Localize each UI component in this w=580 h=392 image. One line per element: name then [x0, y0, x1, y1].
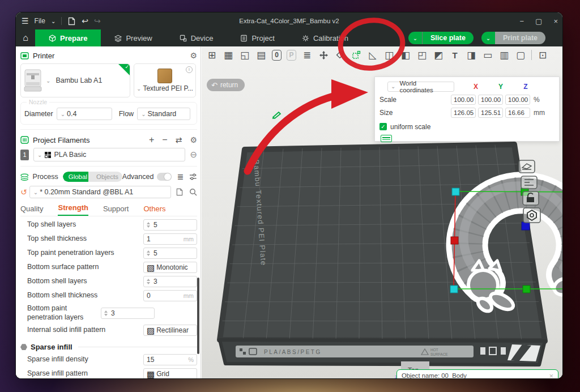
diameter-select[interactable]: ⌄ 0.4	[57, 108, 112, 120]
arrange-icon[interactable]: ▤	[255, 49, 267, 61]
top-paint-penetration-input[interactable]: 5	[143, 248, 197, 259]
filament-settings-gear-icon[interactable]: ⚙	[190, 135, 197, 144]
tab-calibration[interactable]: Calibration	[288, 29, 362, 46]
variable-layer-icon[interactable]: ◧	[400, 49, 411, 61]
tab-quality[interactable]: Quality	[20, 204, 43, 216]
slice-plate-button[interactable]: ⌄ Slice plate	[408, 32, 474, 44]
internal-solid-infill-select[interactable]: ▨Rectilinear	[143, 325, 197, 336]
save-preset-icon[interactable]	[176, 188, 184, 196]
cut-icon[interactable]: ◫	[383, 49, 395, 61]
plate-info-icon[interactable]: i	[186, 66, 193, 73]
size-y-input[interactable]: 125.51	[478, 108, 503, 118]
sync-filaments-icon[interactable]: ⇄	[176, 135, 182, 144]
tune-icon[interactable]	[189, 173, 197, 181]
tab-prepare[interactable]: Prepare	[35, 29, 101, 46]
split-parts-icon[interactable]: P	[287, 50, 296, 61]
preset-list-icon[interactable]: ≣	[177, 172, 184, 181]
top-shell-thickness-input[interactable]: 1mm	[143, 233, 197, 245]
info-close-icon[interactable]: ×	[549, 372, 553, 378]
build-plate-card[interactable]: i ⌄ Textured PEI P...	[134, 63, 196, 97]
tab-preview[interactable]: Preview	[101, 29, 165, 46]
scope-objects[interactable]: Objects	[88, 172, 122, 182]
size-x-input[interactable]: 126.05	[451, 108, 476, 118]
tab-strength[interactable]: Strength	[58, 203, 88, 216]
measure-icon[interactable]: ▭	[482, 49, 493, 61]
seam-icon[interactable]: ▥	[498, 49, 510, 61]
size-z-input[interactable]: 16.66	[505, 108, 530, 118]
slice-dropdown-icon[interactable]: ⌄	[408, 32, 422, 44]
sidebar-scrollbar[interactable]	[197, 278, 199, 354]
printer-settings-gear-icon[interactable]: ⚙	[190, 51, 197, 60]
tab-support[interactable]: Support	[103, 204, 129, 216]
plate-lay-flat-button[interactable]	[519, 160, 535, 173]
hamburger-menu-icon[interactable]: ☰	[22, 16, 29, 25]
auto-orient-icon[interactable]: ◱	[239, 49, 250, 61]
redo-icon[interactable]: ↪	[94, 16, 101, 25]
scale-handle-corner[interactable]	[450, 286, 458, 293]
rotate-icon[interactable]	[334, 49, 346, 61]
print-plate-button[interactable]: ⌄ Print plate	[481, 32, 545, 44]
scale-handle-y[interactable]	[523, 286, 530, 293]
bottom-paint-penetration-input[interactable]: 3	[101, 308, 155, 319]
advanced-toggle[interactable]	[157, 173, 171, 181]
preset-select[interactable]: ⌄ * 0.20mm Standard @BBL A1	[29, 186, 171, 198]
bottom-surface-pattern-select[interactable]: ▧Monotonic	[143, 262, 197, 273]
boolean-icon[interactable]: ◩	[433, 49, 444, 61]
tab-project[interactable]: Project	[227, 29, 288, 46]
scale-y-input[interactable]: 100.00	[478, 95, 503, 105]
undo-icon[interactable]: ↩	[82, 16, 88, 25]
layers-stack-icon[interactable]: ≣	[301, 49, 313, 61]
frame-icon[interactable]: ▢	[515, 49, 526, 61]
file-menu[interactable]: File	[35, 17, 45, 25]
scale-reset-icon[interactable]	[381, 135, 392, 142]
add-filament-icon[interactable]: +	[149, 135, 154, 145]
support-icon[interactable]: ◰	[416, 49, 428, 61]
spinner-icon[interactable]	[147, 250, 150, 256]
print-dropdown-icon[interactable]: ⌄	[481, 32, 495, 44]
home-icon[interactable]: ⌂	[16, 33, 35, 43]
return-button[interactable]: ↶ return	[207, 79, 245, 91]
top-shell-layers-input[interactable]: 5	[143, 219, 197, 231]
printer-dropdown-icon[interactable]: ⌄	[46, 78, 50, 84]
scale-x-input[interactable]: 100.00	[451, 95, 476, 105]
search-icon[interactable]	[189, 188, 197, 196]
place-on-face-icon[interactable]: ◺	[367, 49, 378, 61]
tab-device[interactable]: Device	[166, 29, 227, 46]
add-plate-icon[interactable]: ▦	[223, 49, 234, 61]
spinner-icon[interactable]	[104, 310, 108, 316]
spinner-icon[interactable]	[147, 222, 150, 228]
remove-filament-icon[interactable]: −	[162, 135, 167, 145]
reset-preset-icon[interactable]: ↺	[20, 188, 27, 197]
save-icon[interactable]	[67, 17, 76, 25]
text-tool-icon[interactable]: T	[449, 49, 460, 61]
scale-handle-corner[interactable]	[452, 188, 459, 195]
delete-filament-icon[interactable]: ⊖	[190, 150, 197, 160]
process-scope-toggle[interactable]: Global Objects	[63, 172, 122, 182]
build-plate[interactable]	[220, 144, 545, 341]
flow-select[interactable]: ⌄ Standard	[137, 108, 190, 120]
plate-settings-button[interactable]	[521, 176, 537, 189]
assembly-icon[interactable]: ⊡	[537, 49, 548, 61]
plate-name-button[interactable]	[523, 208, 540, 223]
paint-icon[interactable]: ◨	[466, 49, 477, 61]
scale-icon[interactable]	[351, 49, 362, 61]
filament-select[interactable]: ⌄ PLA Basic	[33, 148, 185, 161]
spinner-icon[interactable]	[147, 279, 150, 284]
coordinates-select[interactable]: ⌄ World coordinates	[387, 82, 454, 92]
uniform-scale-checkbox[interactable]: ✓	[379, 123, 387, 130]
add-object-icon[interactable]: ⊞	[206, 49, 218, 61]
viewport-3d[interactable]: Bambu Textured PEI Plate PLA/ABS/PETG HO…	[202, 46, 562, 378]
bottom-shell-thickness-input[interactable]: 0mm	[143, 290, 197, 301]
close-button[interactable]: ×	[553, 17, 558, 25]
scale-handle-center[interactable]	[522, 222, 530, 230]
plate-dropdown-icon[interactable]: ⌄	[137, 86, 141, 92]
minimize-button[interactable]: −	[520, 17, 524, 25]
bottom-shell-layers-input[interactable]: 3	[143, 276, 197, 287]
file-chevron-icon[interactable]: ⌄	[51, 18, 56, 24]
scale-handle-x[interactable]	[451, 237, 458, 244]
maximize-button[interactable]: ▢	[535, 17, 542, 25]
printer-card[interactable]: ⌄ Bambu Lab A1 ✓	[20, 63, 130, 97]
move-icon[interactable]	[318, 49, 329, 61]
tab-others[interactable]: Others	[143, 204, 165, 216]
sparse-density-input[interactable]: 15%	[143, 354, 197, 365]
